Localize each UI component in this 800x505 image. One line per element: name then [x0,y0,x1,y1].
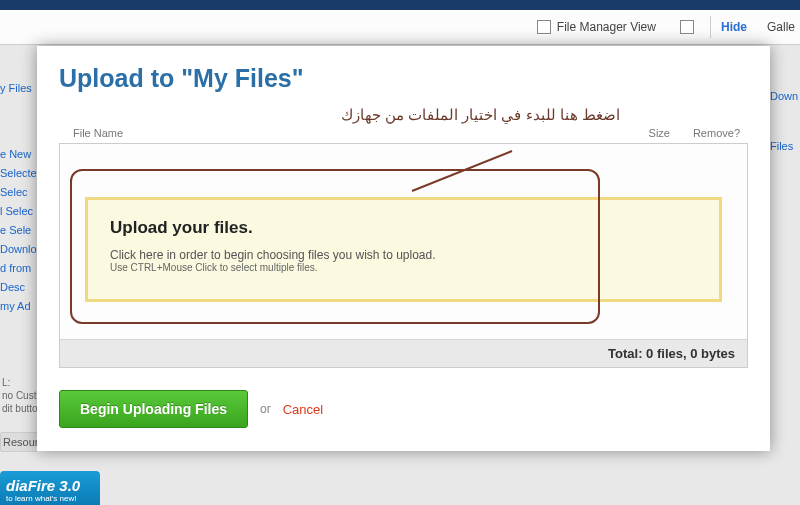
cancel-link[interactable]: Cancel [283,402,323,417]
modal-title: Upload to "My Files" [59,64,748,93]
upload-modal: Upload to "My Files" اضغط هنا للبدء في ا… [37,46,770,451]
begin-upload-button[interactable]: Begin Uploading Files [59,390,248,428]
sidebar-item[interactable]: Selec [0,186,40,198]
or-text: or [260,402,271,416]
mediafire-badge[interactable]: diaFire 3.0 to learn what's new! [0,471,100,505]
right-link[interactable]: Down [770,90,800,102]
sidebar-item[interactable]: e New [0,148,40,160]
sidebar-item[interactable]: d from [0,262,40,274]
upload-heading: Upload your files. [110,218,697,238]
grid-icon [537,20,551,34]
sidebar-item[interactable]: Selecte [0,167,40,179]
action-row: Begin Uploading Files or Cancel [59,390,748,428]
sidebar-item[interactable]: Downlo [0,243,40,255]
file-manager-view-button[interactable]: File Manager View [529,16,664,38]
col-header-size: Size [610,127,670,139]
annotation-arabic: اضغط هنا للبدء في اختيار الملفات من جهاز… [341,106,620,124]
upload-instruction-2: Use CTRL+Mouse Click to select multiple … [110,262,697,273]
gallery-button[interactable] [672,16,702,38]
total-text: Total: 0 files, 0 bytes [608,346,735,361]
right-links: Down Files [770,80,800,162]
svg-line-0 [412,151,512,191]
col-header-name: File Name [73,127,610,139]
upload-drop-zone[interactable]: Upload your files. Click here in order t… [85,197,722,302]
col-header-remove: Remove? [670,127,740,139]
total-bar: Total: 0 files, 0 bytes [60,339,747,367]
file-manager-view-label: File Manager View [557,20,656,34]
top-strip [0,0,800,10]
sidebar-item[interactable]: Desc [0,281,40,293]
gallery-text[interactable]: Galle [765,16,795,38]
sidebar-item[interactable]: l Selec [0,205,40,217]
sidebar-item[interactable]: y Files [0,82,40,94]
resources-label: Resour [0,432,38,452]
upload-instruction-1: Click here in order to begin choosing fi… [110,248,697,262]
hide-button[interactable]: Hide [710,16,757,38]
gallery-icon [680,20,694,34]
sidebar-item[interactable]: my Ad [0,300,40,312]
top-toolbar: File Manager View Hide Galle [0,10,800,45]
sidebar-links: y Files e New Selecte Selec l Selec e Se… [0,75,40,319]
sidebar-item[interactable]: e Sele [0,224,40,236]
upload-panel: Upload your files. Click here in order t… [59,143,748,368]
right-link[interactable]: Files [770,140,800,152]
file-list-headers: File Name Size Remove? [59,123,748,143]
annotation-arrow [407,146,517,196]
